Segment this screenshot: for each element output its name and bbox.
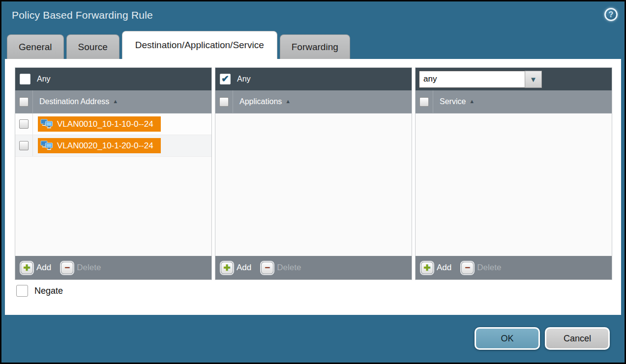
destination-address-column-label[interactable]: Destination Address — [39, 97, 109, 106]
destination-any-bar: Any — [15, 68, 211, 90]
dialog-title: Policy Based Forwarding Rule — [12, 9, 153, 21]
selector-columns: Any Destination Address ▲ — [15, 67, 612, 280]
delete-button: Delete — [77, 263, 101, 273]
address-entry-label: VLAN0020_10-1-20-0--24 — [57, 141, 153, 151]
row-checkbox[interactable] — [19, 141, 29, 150]
applications-any-bar: ✔ Any — [215, 68, 412, 90]
tab-general[interactable]: General — [7, 34, 64, 59]
tab-content-panel: Any Destination Address ▲ — [5, 59, 621, 315]
destination-any-checkbox[interactable] — [20, 74, 30, 84]
applications-header: Applications ▲ — [215, 90, 412, 113]
add-button[interactable]: Add — [437, 263, 451, 273]
service-toolbar: ✚ Add − Delete — [416, 256, 612, 280]
address-entry[interactable]: VLAN0020_10-1-20-0--24 — [38, 138, 161, 153]
negate-option: Negate — [16, 285, 63, 297]
table-row: VLAN0010_10-1-10-0--24 — [15, 113, 211, 135]
delete-icon[interactable]: − — [61, 262, 73, 274]
applications-selectall-checkbox[interactable] — [219, 97, 229, 107]
chevron-down-icon[interactable]: ▼ — [525, 71, 542, 88]
negate-label: Negate — [34, 286, 63, 296]
applications-column-label[interactable]: Applications — [239, 97, 282, 106]
applications-list — [215, 113, 412, 256]
destination-address-list: VLAN0010_10-1-10-0--24 — [15, 113, 211, 256]
destination-address-header: Destination Address ▲ — [15, 90, 211, 113]
address-entry-label: VLAN0010_10-1-10-0--24 — [57, 119, 153, 129]
tab-source[interactable]: Source — [66, 34, 119, 59]
destination-selectall-checkbox[interactable] — [19, 97, 29, 107]
service-panel: ▼ Service ▲ ✚ Add − Delete — [415, 67, 612, 280]
service-list — [416, 113, 612, 256]
service-column-label[interactable]: Service — [440, 97, 466, 106]
tab-bar: General Source Destination/Application/S… — [7, 31, 350, 59]
delete-icon[interactable]: − — [461, 262, 474, 274]
delete-icon[interactable]: − — [261, 262, 273, 274]
add-icon[interactable]: ✚ — [221, 262, 233, 274]
destination-address-panel: Any Destination Address ▲ — [15, 67, 212, 280]
add-icon[interactable]: ✚ — [21, 262, 33, 274]
delete-button: Delete — [477, 263, 501, 273]
add-button[interactable]: Add — [237, 263, 251, 273]
applications-panel: ✔ Any Applications ▲ ✚ Add − Delete — [215, 67, 412, 280]
ok-button[interactable]: OK — [475, 327, 540, 350]
service-any-bar: ▼ — [416, 68, 612, 90]
service-selectall-checkbox[interactable] — [419, 97, 429, 107]
destination-any-label: Any — [37, 75, 51, 84]
help-icon[interactable]: ? — [604, 8, 618, 21]
row-checkbox[interactable] — [19, 119, 29, 129]
sort-asc-icon: ▲ — [469, 98, 475, 104]
negate-checkbox[interactable] — [16, 285, 28, 297]
address-entry[interactable]: VLAN0010_10-1-10-0--24 — [38, 116, 161, 132]
applications-any-checkbox[interactable]: ✔ — [220, 74, 231, 84]
add-icon[interactable]: ✚ — [421, 262, 433, 274]
sort-asc-icon: ▲ — [285, 98, 291, 104]
pbf-rule-dialog: Policy Based Forwarding Rule ? General S… — [0, 0, 626, 364]
network-icon — [40, 140, 53, 151]
service-header: Service ▲ — [416, 90, 612, 113]
delete-button: Delete — [277, 263, 301, 273]
sort-asc-icon: ▲ — [113, 98, 118, 104]
service-dropdown: ▼ — [419, 71, 542, 88]
applications-toolbar: ✚ Add − Delete — [215, 256, 412, 280]
cancel-button[interactable]: Cancel — [545, 327, 610, 350]
check-icon: ✔ — [221, 74, 229, 84]
tab-destination-application-service[interactable]: Destination/Application/Service — [122, 31, 277, 59]
add-button[interactable]: Add — [36, 263, 51, 273]
network-icon — [40, 119, 53, 129]
applications-any-label: Any — [237, 75, 251, 84]
tab-forwarding[interactable]: Forwarding — [280, 34, 350, 59]
table-row: VLAN0020_10-1-20-0--24 — [15, 135, 211, 157]
destination-toolbar: ✚ Add − Delete — [15, 256, 211, 280]
service-dropdown-input[interactable] — [419, 71, 525, 88]
